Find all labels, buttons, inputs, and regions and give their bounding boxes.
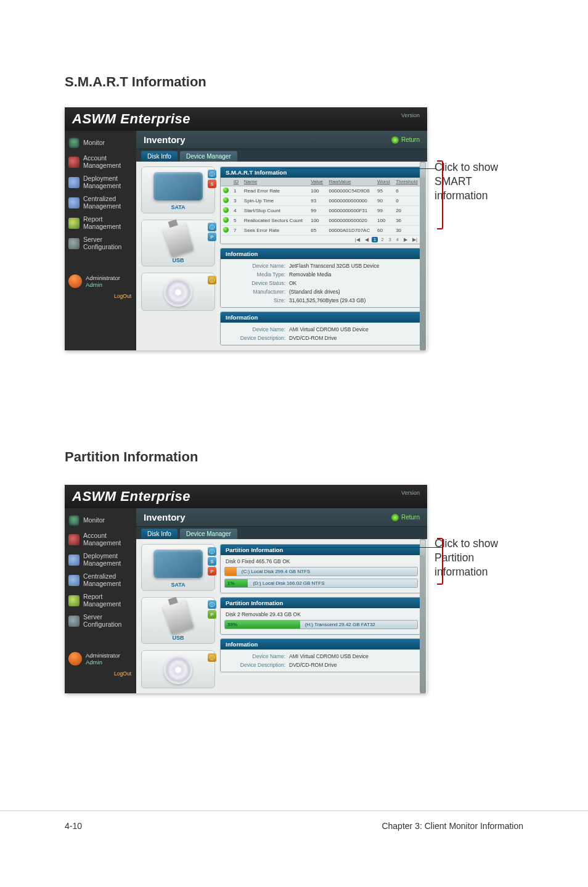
info-key: Device Name: — [224, 263, 289, 269]
return-button[interactable]: Return — [391, 136, 420, 144]
disk-summary: Disk 2 Removable 29.43 GB OK — [224, 611, 418, 620]
device-card-sata[interactable]: ⓘ S P SATA — [141, 544, 215, 591]
sidebar-item-deployment[interactable]: Deployment Management — [65, 550, 136, 570]
sidebar-item-report[interactable]: Report Management — [65, 590, 136, 611]
col-worst[interactable]: Worst — [375, 178, 393, 186]
sidebar-item-report[interactable]: Report Management — [65, 213, 136, 233]
table-row[interactable]: 4Start/Stop Count9900000000000F319920 — [221, 206, 422, 216]
partition-bar: 39% (H:) Transcend 29.42 GB FAT32 — [224, 620, 418, 629]
device-card-sata[interactable]: ⓘ S SATA — [141, 167, 215, 213]
sidebar-item-label: Server Configuration — [83, 236, 121, 250]
sidebar-item-centralized[interactable]: Centralized Management — [65, 570, 136, 590]
sidebar-item-monitor[interactable]: Monitor — [65, 512, 136, 529]
col-id[interactable]: ID — [231, 178, 242, 186]
info-key: Size: — [224, 297, 289, 303]
sidebar-item-account[interactable]: Account Management — [65, 152, 136, 172]
pager-page[interactable]: 2 — [379, 237, 385, 242]
pager-page[interactable]: 1 — [372, 237, 378, 242]
section-heading-partition: Partition Information — [65, 449, 523, 465]
sidebar-item-label: Monitor — [83, 139, 105, 147]
info-key: Device Status: — [224, 280, 289, 286]
app-brand: ASWM Enterprise — [72, 111, 190, 127]
partition-label: (H:) Transcend 29.42 GB FAT32 — [300, 621, 417, 629]
hdd-icon — [153, 550, 203, 578]
deployment-icon — [68, 177, 80, 188]
smart-button-icon[interactable]: S — [208, 557, 216, 566]
sidebar-item-label: Report Management — [83, 216, 121, 230]
device-card-usb[interactable]: ⓘ P USB — [141, 220, 215, 266]
sidebar: Monitor Account Management Deployment Ma… — [65, 508, 136, 693]
sidebar-item-server[interactable]: Server Configuration — [65, 611, 136, 631]
info-button-icon[interactable]: ⓘ — [208, 223, 216, 231]
device-card-disc[interactable]: ⓘ — [141, 273, 215, 311]
col-raw[interactable]: RawValue — [326, 178, 375, 186]
pager-page[interactable]: 3 — [386, 237, 393, 242]
sidebar-item-centralized[interactable]: Centralized Management — [65, 192, 136, 213]
table-row[interactable]: 1Read Error Rate1000000000C54D9D8956 — [221, 186, 422, 196]
disc-info-panel: Information Device Name:AMI Virtual CDRO… — [220, 311, 422, 345]
tab-disk-info[interactable]: Disk Info — [141, 529, 178, 539]
report-icon — [68, 218, 80, 229]
partition-used-seg: 1% — [225, 579, 248, 587]
scrollbar[interactable] — [420, 539, 426, 693]
partition-label: (C:) Local Disk 299.4 GB NTFS — [237, 567, 417, 576]
return-label: Return — [401, 514, 420, 521]
sidebar-item-server[interactable]: Server Configuration — [65, 233, 136, 254]
return-button[interactable]: Return — [391, 514, 420, 521]
partition-button-icon[interactable]: P — [208, 610, 216, 619]
info-button-icon[interactable]: ⓘ — [208, 276, 216, 284]
table-row[interactable]: 7Seek Error Rate6500000A01D707AC6030 — [221, 226, 422, 236]
tab-disk-info[interactable]: Disk Info — [141, 151, 178, 162]
sidebar-item-label: Centralized Management — [83, 573, 121, 587]
partition-button-icon[interactable]: P — [208, 233, 216, 241]
info-button-icon[interactable]: ⓘ — [208, 600, 216, 609]
info-value: OK — [289, 280, 296, 286]
device-card-disc[interactable]: ⓘ — [141, 650, 215, 688]
tab-device-manager[interactable]: Device Manager — [180, 529, 237, 539]
admin-role: Administrator — [86, 274, 120, 281]
info-button-icon[interactable]: ⓘ — [208, 170, 216, 178]
scrollbar[interactable] — [420, 162, 426, 350]
panel-title: Partition Information — [221, 598, 422, 608]
centralized-icon — [68, 575, 80, 586]
table-row[interactable]: 5Reallocated Sectors Count10000000000000… — [221, 216, 422, 226]
pager-next[interactable]: ▶ — [402, 237, 409, 242]
pager: |◀ ◀ 1 2 3 4 ▶ ▶| — [221, 236, 422, 244]
logout-link[interactable]: LogOut — [65, 292, 136, 302]
server-icon — [68, 616, 80, 627]
col-name[interactable]: Name — [242, 178, 308, 186]
status-ok-icon — [223, 207, 229, 213]
panel-title: Partition Information — [221, 545, 422, 555]
sidebar-item-label: Report Management — [83, 593, 121, 608]
info-button-icon[interactable]: ⓘ — [208, 547, 216, 556]
pager-prev[interactable]: ◀ — [363, 237, 370, 242]
status-ok-icon — [223, 197, 229, 203]
partition-used-seg — [225, 567, 237, 576]
col-value[interactable]: Value — [308, 178, 326, 186]
sidebar-item-account[interactable]: Account Management — [65, 529, 136, 550]
chapter-label: Chapter 3: Client Monitor Information — [382, 821, 523, 831]
pager-page[interactable]: 4 — [394, 237, 401, 242]
sidebar-admin: AdministratorAdmin — [65, 271, 136, 292]
sidebar-item-deployment[interactable]: Deployment Management — [65, 172, 136, 192]
pager-first[interactable]: |◀ — [353, 237, 362, 242]
pager-last[interactable]: ▶| — [410, 237, 419, 242]
smart-panel: S.M.A.R.T Information ID Name Value — [220, 167, 422, 244]
smart-button-icon[interactable]: S — [208, 179, 216, 188]
info-button-icon[interactable]: ⓘ — [208, 653, 216, 662]
partition-used-seg: 39% — [225, 621, 300, 629]
return-label: Return — [401, 136, 420, 143]
col-threshold[interactable]: Threshold — [393, 178, 422, 186]
tab-device-manager[interactable]: Device Manager — [180, 151, 237, 162]
account-icon — [68, 157, 80, 168]
logout-link[interactable]: LogOut — [65, 669, 136, 679]
partition-button-icon[interactable]: P — [208, 567, 216, 576]
partition-label: (D:) Local Disk 166.02 GB NTFS — [248, 579, 417, 587]
info-value: DVD/CD-ROM Drive — [289, 335, 337, 341]
app-version-label: Version — [401, 112, 420, 118]
device-card-usb[interactable]: ⓘ P USB — [141, 597, 215, 644]
partition-panel-2: Partition Information Disk 2 Removable 2… — [220, 597, 422, 635]
table-row[interactable]: 3Spin-Up Time9300000000000000900 — [221, 196, 422, 206]
device-label: SATA — [145, 580, 211, 589]
sidebar-item-monitor[interactable]: Monitor — [65, 134, 136, 152]
